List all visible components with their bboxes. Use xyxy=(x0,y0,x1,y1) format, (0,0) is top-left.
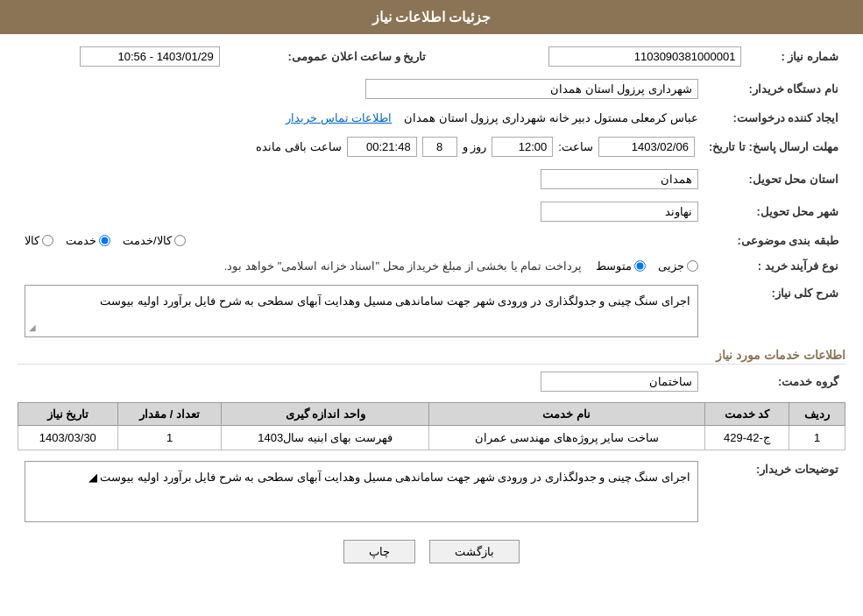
tabaqe-kala-radio[interactable]: کالا xyxy=(25,234,53,247)
tabaqe-khedmat-radio[interactable]: خدمت xyxy=(66,234,110,247)
cell-kod: ج-42-429 xyxy=(704,426,789,450)
saaat-baqi-value: 00:21:48 xyxy=(347,137,417,157)
col-nam: نام خدمت xyxy=(428,403,704,426)
name-dastgah-value: شهرداری پرزول استان همدان xyxy=(365,79,698,99)
rooz-value: 8 xyxy=(422,137,457,157)
col-tarikh: تاریخ نیاز xyxy=(18,403,118,426)
tabaqe-kala-khedmat-input[interactable] xyxy=(174,235,186,246)
bottom-buttons: بازگشت چاپ xyxy=(18,540,845,563)
cell-radif: 1 xyxy=(789,426,845,450)
saaat-baqi-label: ساعت باقی مانده xyxy=(256,140,341,153)
tosaif-label: توضیحات خریدار: xyxy=(705,457,845,526)
goroh-value: ساختمان xyxy=(541,372,698,392)
shahr-value: نهاوند xyxy=(541,202,698,222)
cell-vahed: فهرست بهای ابنیه سال1403 xyxy=(222,426,428,450)
bazgasht-button[interactable]: بازگشت xyxy=(429,540,520,563)
now-motavaset-label: متوسط xyxy=(596,259,632,273)
tabaqe-kala-label: کالا xyxy=(25,234,39,247)
chap-button[interactable]: چاپ xyxy=(343,540,415,563)
tabaqe-kala-khedmat-label: کالا/خدمت xyxy=(123,234,172,247)
cell-nam: ساخت سایر پروژه‌های مهندسی عمران xyxy=(428,426,704,450)
sharh-label: شرح کلی نیاز: xyxy=(705,281,845,341)
name-dastgah-label: نام دستگاه خریدار: xyxy=(705,75,845,103)
services-table: ردیف کد خدمت نام خدمت واحد اندازه گیری ت… xyxy=(18,402,845,450)
goroh-label: گروه خدمت: xyxy=(705,368,845,395)
page-title: جزئیات اطلاعات نیاز xyxy=(0,0,863,34)
now-motavaset-radio[interactable]: متوسط xyxy=(596,259,646,273)
col-kod: کد خدمت xyxy=(704,403,789,426)
shomare-niaz-label: شماره نیاز : xyxy=(748,43,845,70)
col-radif: ردیف xyxy=(789,403,845,426)
ostan-label: استان محل تحویل: xyxy=(705,166,845,193)
tabaqe-khedmat-label: خدمت xyxy=(66,234,96,247)
col-vahed: واحد اندازه گیری xyxy=(222,403,428,426)
ijad-label: ایجاد کننده درخواست: xyxy=(705,108,845,128)
now-desc: پرداخت تمام یا بخشی از مبلغ خریداز محل "… xyxy=(224,259,582,273)
saat-label: ساعت: xyxy=(558,140,593,153)
ostan-value: همدان xyxy=(541,169,698,189)
tarikh-elaan-label: تاریخ و ساعت اعلان عمومی: xyxy=(227,43,434,70)
col-tedad: تعداد / مقدار xyxy=(117,403,222,426)
saat-value: 12:00 xyxy=(492,137,553,157)
tabaqe-label: طبقه بندی موضوعی: xyxy=(705,230,845,251)
cell-tarikh: 1403/03/30 xyxy=(18,426,118,450)
rooz-label: روز و xyxy=(463,140,487,153)
tabaqe-kala-input[interactable] xyxy=(42,235,53,246)
tabaqe-kala-khedmat-radio[interactable]: کالا/خدمت xyxy=(123,234,186,247)
shahr-label: شهر محل تحویل: xyxy=(705,198,845,225)
tabaqe-khedmat-input[interactable] xyxy=(99,235,110,246)
tarikh-elaan-value: 1403/01/29 - 10:56 xyxy=(80,46,220,67)
now-motavaset-input[interactable] xyxy=(634,260,646,272)
khadamat-section-title: اطلاعات خدمات مورد نیاز xyxy=(18,348,845,365)
now-label: نوع فرآیند خرید : xyxy=(705,256,845,276)
now-jozii-input[interactable] xyxy=(687,260,698,272)
now-jozii-radio[interactable]: جزیی xyxy=(658,259,698,273)
table-row: 1 ج-42-429 ساخت سایر پروژه‌های مهندسی عم… xyxy=(18,426,845,450)
ijad-value: عباس کرمعلی مستول دبیر خانه شهرداری پرزو… xyxy=(404,111,698,124)
mohlat-label: مهلت ارسال پاسخ: تا تاریخ: xyxy=(702,133,845,160)
cell-tedad: 1 xyxy=(117,426,222,450)
tosaif-desc: اجرای سنگ چینی و جدولگذاری در ورودی شهر … xyxy=(25,461,698,522)
now-jozii-label: جزیی xyxy=(658,259,684,273)
ertebat-link[interactable]: اطلاعات تماس خریدار xyxy=(286,111,392,124)
sharh-desc: اجرای سنگ چینی و جدولگذاری در ورودی شهر … xyxy=(25,285,698,337)
tarikh-value: 1403/02/06 xyxy=(598,137,695,157)
shomare-niaz-value: 1103090381000001 xyxy=(548,46,741,67)
